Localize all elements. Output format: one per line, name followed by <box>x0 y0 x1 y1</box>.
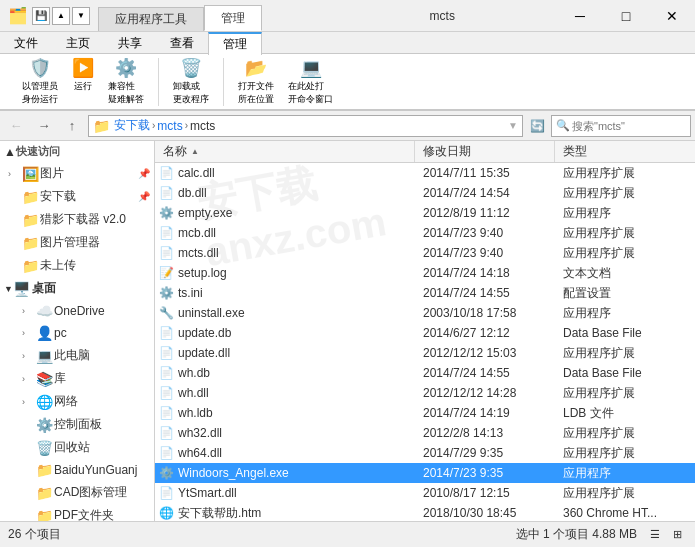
up-button[interactable]: ↑ <box>60 114 84 138</box>
ribbon: 文件 主页 共享 查看 管理 🛡️ 以管理员身份运行 ▶️ 运行 ⚙️ 兼容性疑… <box>0 32 695 111</box>
file-area: 名称 ▲ 修改日期 类型 📄 calc.dll 2014/7/11 15:35 … <box>155 141 695 521</box>
file-row[interactable]: ⚙️ empty.exe 2012/8/19 11:12 应用程序 <box>155 203 695 223</box>
file-type-icon: 📄 <box>159 446 174 460</box>
compat-icon: ⚙️ <box>115 57 137 79</box>
bread-mcts[interactable]: mcts <box>157 119 182 133</box>
back-button[interactable]: ← <box>4 114 28 138</box>
file-name-cell: 📝 setup.log <box>155 266 415 280</box>
bread-anzaiload[interactable]: 安下载 <box>114 117 150 134</box>
address-box[interactable]: 📁 安下载 › mcts › mcts ▼ <box>88 115 523 137</box>
file-row[interactable]: 📄 update.dll 2012/12/12 15:03 应用程序扩展 <box>155 343 695 363</box>
file-row[interactable]: 📄 update.db 2014/6/27 12:12 Data Base Fi… <box>155 323 695 343</box>
sidebar-desktop-header[interactable]: ▼ 🖥️ 桌面 <box>0 277 154 300</box>
sidebar-quickaccess-header[interactable]: ▲ 快速访问 <box>0 141 154 162</box>
forward-button[interactable]: → <box>32 114 56 138</box>
controlpanel-icon: ⚙️ <box>36 417 54 433</box>
quick-up-btn[interactable]: ▲ <box>52 7 70 25</box>
file-row[interactable]: 📄 wh64.dll 2014/7/29 9:35 应用程序扩展 <box>155 443 695 463</box>
large-icon-view-btn[interactable]: ⊞ <box>667 525 687 545</box>
file-name-cell: 📄 mcts.dll <box>155 246 415 260</box>
file-row[interactable]: 📄 mcb.dll 2014/7/23 9:40 应用程序扩展 <box>155 223 695 243</box>
sidebar-item-imgmanager[interactable]: 📁 图片管理器 <box>0 231 154 254</box>
file-row[interactable]: 📄 wh.ldb 2014/7/24 14:19 LDB 文件 <box>155 403 695 423</box>
ribbon-tab-home[interactable]: 主页 <box>52 32 104 54</box>
file-date-cell: 2012/8/19 11:12 <box>415 206 555 220</box>
sidebar-item-pictures[interactable]: › 🖼️ 图片 📌 <box>0 162 154 185</box>
file-date-cell: 2014/7/11 15:35 <box>415 166 555 180</box>
quick-save-btn[interactable]: 💾 <box>32 7 50 25</box>
sidebar-item-onedrive[interactable]: › ☁️ OneDrive <box>0 300 154 322</box>
file-row[interactable]: 📄 YtSmart.dll 2010/8/17 12:15 应用程序扩展 <box>155 483 695 503</box>
file-type-cell: 文本文档 <box>555 265 695 282</box>
sidebar-item-pc[interactable]: › 👤 pc <box>0 322 154 344</box>
col-header-type[interactable]: 类型 <box>555 141 695 162</box>
file-row[interactable]: 📄 calc.dll 2014/7/11 15:35 应用程序扩展 <box>155 163 695 183</box>
thispc-icon: 💻 <box>36 348 54 364</box>
file-name-text: 安下载帮助.htm <box>178 505 261 522</box>
col-header-name[interactable]: 名称 ▲ <box>155 141 415 162</box>
ribbon-tab-manage[interactable]: 管理 <box>208 32 262 55</box>
file-row[interactable]: ⚙️ Windoors_Angel.exe 2014/7/23 9:35 应用程… <box>155 463 695 483</box>
file-row[interactable]: 📝 setup.log 2014/7/24 14:18 文本文档 <box>155 263 695 283</box>
tab-manage[interactable]: 管理 <box>204 5 262 31</box>
tab-apptools[interactable]: 应用程序工具 <box>98 7 204 31</box>
file-date-cell: 2014/7/24 14:55 <box>415 366 555 380</box>
sidebar-item-notup[interactable]: 📁 未上传 <box>0 254 154 277</box>
col-header-date[interactable]: 修改日期 <box>415 141 555 162</box>
open-cmdhere-btn[interactable]: 💻 在此处打开命令窗口 <box>282 55 339 108</box>
open-btn-row: 📂 打开文件所在位置 💻 在此处打开命令窗口 <box>232 55 339 108</box>
details-view-btn[interactable]: ☰ <box>645 525 665 545</box>
sidebar-item-controlpanel[interactable]: ⚙️ 控制面板 <box>0 413 154 436</box>
file-row[interactable]: 📄 wh.db 2014/7/24 14:55 Data Base File <box>155 363 695 383</box>
file-type-cell: 应用程序扩展 <box>555 165 695 182</box>
title-bar: 🗂️ 💾 ▲ ▼ 应用程序工具 管理 mcts ─ □ ✕ <box>0 0 695 32</box>
sidebar-item-anzaiload[interactable]: 📁 安下载 📌 <box>0 185 154 208</box>
minimize-button[interactable]: ─ <box>557 0 603 32</box>
uninstall-btn[interactable]: 🗑️ 卸载或更改程序 <box>167 55 215 108</box>
search-box[interactable]: 🔍 <box>551 115 691 137</box>
sidebar-item-hunter[interactable]: 📁 猎影下载器 v2.0 <box>0 208 154 231</box>
ribbon-tab-share[interactable]: 共享 <box>104 32 156 54</box>
file-type-cell: 配置设置 <box>555 285 695 302</box>
folder-icon-4: 📁 <box>22 258 40 274</box>
maximize-button[interactable]: □ <box>603 0 649 32</box>
file-row[interactable]: 🔧 uninstall.exe 2003/10/18 17:58 应用程序 <box>155 303 695 323</box>
sidebar-item-pdf[interactable]: 📁 PDF文件夹 <box>0 504 154 521</box>
sidebar-item-recyclebin[interactable]: 🗑️ 回收站 <box>0 436 154 459</box>
close-button[interactable]: ✕ <box>649 0 695 32</box>
file-row[interactable]: 📄 mcts.dll 2014/7/23 9:40 应用程序扩展 <box>155 243 695 263</box>
sidebar-item-library[interactable]: › 📚 库 <box>0 367 154 390</box>
search-icon: 🔍 <box>556 119 570 132</box>
ribbon-tab-view[interactable]: 查看 <box>156 32 208 54</box>
file-type-icon: 📄 <box>159 426 174 440</box>
baiduyun-icon: 📁 <box>36 462 54 478</box>
file-row[interactable]: ⚙️ ts.ini 2014/7/24 14:55 配置设置 <box>155 283 695 303</box>
run-btn[interactable]: ▶️ 运行 <box>66 55 100 108</box>
file-name-cell: 📄 wh.db <box>155 366 415 380</box>
desktop-expand-icon: ▼ <box>4 284 13 294</box>
file-row[interactable]: 📄 db.dll 2014/7/24 14:54 应用程序扩展 <box>155 183 695 203</box>
file-date-cell: 2014/7/24 14:55 <box>415 286 555 300</box>
sidebar-item-network[interactable]: › 🌐 网络 <box>0 390 154 413</box>
file-type-icon: 📄 <box>159 326 174 340</box>
file-name-text: wh.dll <box>178 386 209 400</box>
sidebar-item-thispc[interactable]: › 💻 此电脑 <box>0 344 154 367</box>
quick-dropdown-btn[interactable]: ▼ <box>72 7 90 25</box>
file-type-icon: ⚙️ <box>159 286 174 300</box>
search-input[interactable] <box>572 120 686 132</box>
open-file-location-btn[interactable]: 📂 打开文件所在位置 <box>232 55 280 108</box>
library-icon: 📚 <box>36 371 54 387</box>
file-row[interactable]: 📄 wh32.dll 2012/2/8 14:13 应用程序扩展 <box>155 423 695 443</box>
file-row[interactable]: 📄 wh.dll 2012/12/12 14:28 应用程序扩展 <box>155 383 695 403</box>
file-date-cell: 2014/7/23 9:35 <box>415 466 555 480</box>
sidebar-item-baiduyun[interactable]: 📁 BaiduYunGuanj <box>0 459 154 481</box>
sidebar-item-cad[interactable]: 📁 CAD图标管理 <box>0 481 154 504</box>
compatibility-btn[interactable]: ⚙️ 兼容性疑难解答 <box>102 55 150 108</box>
refresh-button[interactable]: 🔄 <box>527 116 547 136</box>
file-name-text: mcts.dll <box>178 246 219 260</box>
run-as-admin-btn[interactable]: 🛡️ 以管理员身份运行 <box>16 55 64 108</box>
file-name-cell: 📄 db.dll <box>155 186 415 200</box>
ribbon-tab-file[interactable]: 文件 <box>0 32 52 54</box>
file-row[interactable]: 🌐 安下载帮助.htm 2018/10/30 18:45 360 Chrome … <box>155 503 695 521</box>
file-name-cell: 🔧 uninstall.exe <box>155 306 415 320</box>
